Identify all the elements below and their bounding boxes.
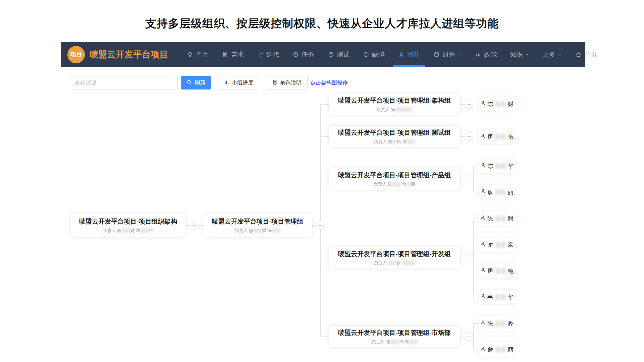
nav-item-label: 需求 xyxy=(231,50,244,59)
connector-line xyxy=(460,258,465,258)
node-title: 唛盟云开发平台项目-项目管理组-架构组 xyxy=(338,96,451,105)
connector-line xyxy=(473,137,479,137)
nav-item-label: 知识 xyxy=(510,50,523,59)
node-leader: 负责人 陈某某华 陈某某 xyxy=(371,339,417,345)
member-node[interactable]: 陈某某桦 xyxy=(479,316,515,331)
censored-text: 某某 xyxy=(495,241,506,249)
text: 韦 xyxy=(487,293,493,301)
text: 丽 xyxy=(508,188,514,196)
org-node-group-architecture[interactable]: 唛盟云开发平台项目-项目管理组-架构组 负责人 陈某某某某 xyxy=(329,94,460,115)
org-chart: 唛盟云开发平台项目-项目组织架构 负责人 陈某某财 唐某某艳唛盟云开发平台项目-… xyxy=(61,67,585,362)
person-icon xyxy=(480,162,486,170)
nav-item-knowledge[interactable]: 知识 xyxy=(510,42,529,67)
text: 负责人 陈 xyxy=(376,107,395,112)
member-node[interactable]: 詹某某丽 xyxy=(479,185,515,199)
connector-line xyxy=(473,323,474,350)
person-icon xyxy=(480,346,486,353)
connector-line xyxy=(460,104,465,105)
nav-item-finance[interactable]: 财务 xyxy=(433,42,462,67)
text: 负责人 唐 xyxy=(374,139,392,144)
censored-text: 某某 xyxy=(495,293,506,301)
bar-chart-icon xyxy=(475,51,481,58)
censored-text: 某某 xyxy=(495,133,506,141)
nav-item-label: 缺陷 xyxy=(372,50,385,59)
org-node-group-development[interactable]: 唛盟云开发平台项目-项目管理组-开发组 负责人 某某财 某某某 xyxy=(329,247,460,268)
text: 豪 xyxy=(508,241,514,249)
person-icon xyxy=(480,215,486,222)
text: 财 xyxy=(397,260,402,265)
nav-item-more[interactable]: 更多 xyxy=(543,42,562,67)
exclamation-circle-icon xyxy=(363,51,369,58)
node-leader: 负责人 唐某艳 唐某某 xyxy=(374,139,415,145)
nav-item-requirement[interactable]: 需求 xyxy=(222,42,244,67)
nav-item-product[interactable]: 产品 xyxy=(187,42,209,67)
member-node[interactable]: 谢某某豪 xyxy=(479,237,515,252)
nav-item-team[interactable]: 团队 xyxy=(398,42,420,67)
org-node-group-product[interactable]: 唛盟云开发平台项目-项目管理组-产品组 负责人 陈某某 詹某丽 xyxy=(329,168,460,190)
clock-icon xyxy=(292,51,299,58)
connector-line xyxy=(320,258,329,258)
nav-item-efficiency[interactable]: 效能 xyxy=(475,42,497,67)
connector-line xyxy=(473,271,479,271)
org-node-manager[interactable]: 唛盟云开发平台项目-项目管理组 负责人 陈某某财 陈某某 xyxy=(203,214,312,237)
member-node[interactable]: 詹某某丽 xyxy=(479,342,515,357)
text: 唐 xyxy=(487,133,493,141)
node-title: 唛盟云开发平台项目-项目管理组-开发组 xyxy=(338,250,451,258)
connector-line xyxy=(473,219,479,219)
member-node[interactable]: 唐某某艳 xyxy=(479,129,515,144)
project-logo: 项目 xyxy=(67,46,85,63)
collapse-toggle[interactable] xyxy=(465,132,473,141)
nav-item-task[interactable]: 任务 xyxy=(292,42,314,67)
member-node[interactable]: 陈某某华 xyxy=(479,159,515,173)
text: 负责人 xyxy=(374,260,388,265)
person-icon xyxy=(480,188,486,196)
node-leader: 负责人 陈某某某某 xyxy=(376,107,413,113)
collapse-toggle[interactable] xyxy=(190,221,199,230)
text: 负责人 陈 xyxy=(374,182,392,187)
question-circle-icon xyxy=(328,51,334,58)
org-node-group-testing[interactable]: 唛盟云开发平台项目-项目管理组-测试组 负责人 唐某艳 唐某某 xyxy=(329,126,460,147)
nav-item-defect[interactable]: 缺陷 xyxy=(363,42,385,67)
censored-text: 某某 xyxy=(140,228,149,233)
connector-line xyxy=(473,166,479,166)
nav-item-test[interactable]: 测试 xyxy=(328,42,350,67)
collapse-toggle[interactable] xyxy=(316,221,325,230)
person-icon xyxy=(398,51,405,58)
censored-text: 某某 xyxy=(495,188,506,196)
collapse-toggle[interactable] xyxy=(465,332,473,341)
text: 华 xyxy=(508,162,514,170)
member-node[interactable]: 陈某某财 xyxy=(479,97,515,111)
censored-text: 某某 xyxy=(392,182,401,187)
connector-line xyxy=(320,104,321,337)
nav-item-iteration[interactable]: 迭代 xyxy=(257,42,279,67)
nav-item-label: 团队 xyxy=(407,50,420,59)
collapse-toggle[interactable] xyxy=(465,100,473,109)
member-node[interactable]: 陈某某财 xyxy=(479,211,515,226)
text: 唐 xyxy=(487,267,493,275)
connector-line xyxy=(473,350,479,350)
censored-text: 某 xyxy=(392,139,397,144)
member-node[interactable]: 唐某某艳 xyxy=(479,263,515,278)
collapse-toggle[interactable] xyxy=(465,253,473,262)
content-area: 刷新 小组进度 角色说明 点击架构图操作 唛盟云开发平台项目-项目组织架构 负责… xyxy=(61,67,585,362)
doc-icon xyxy=(222,51,228,58)
censored-text: 某某 xyxy=(495,100,506,108)
org-node-root[interactable]: 唛盟云开发平台项目-项目组织架构 负责人 陈某某财 唐某某艳 xyxy=(71,214,185,237)
censored-text: 某某某某 xyxy=(395,107,413,112)
member-node[interactable]: 韦某某华 xyxy=(479,290,515,304)
person-icon xyxy=(480,133,486,140)
connector-line xyxy=(199,225,203,226)
bulb-icon xyxy=(187,51,193,58)
person-icon xyxy=(480,267,486,275)
connector-line xyxy=(320,337,329,337)
nav-item-home[interactable]: 首页 xyxy=(575,42,597,67)
nav-item-label: 迭代 xyxy=(266,50,279,59)
org-node-group-marketing[interactable]: 唛盟云开发平台项目-项目管理组-市场部 负责人 陈某某华 陈某某 xyxy=(329,326,460,347)
connector-line xyxy=(473,166,474,192)
censored-text: 某某 xyxy=(390,339,399,344)
text: 华 xyxy=(508,293,514,301)
nav-menu: 产品需求迭代任务测试缺陷团队财务效能知识更多首页 xyxy=(187,42,597,67)
collapse-toggle[interactable] xyxy=(465,175,473,183)
top-navbar: 项目 唛盟云开发平台项目 产品需求迭代任务测试缺陷团队财务效能知识更多首页 xyxy=(61,42,585,67)
connector-line xyxy=(185,225,190,226)
